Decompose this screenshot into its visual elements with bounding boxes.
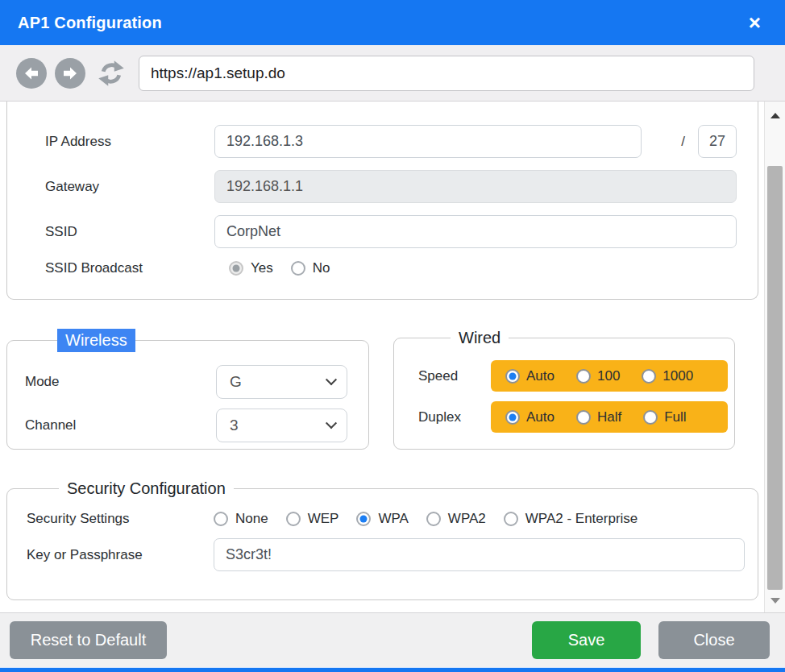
passphrase-label: Key or Passphrase <box>27 547 214 563</box>
radio-icon <box>286 512 301 526</box>
ssid-broadcast-label: SSID Broadcast <box>45 260 214 276</box>
ip-address-label: IP Address <box>45 134 214 150</box>
mode-value: G <box>230 373 242 391</box>
duplex-full-radio[interactable]: Full <box>643 409 686 425</box>
radio-icon <box>576 410 591 425</box>
security-settings-row: Security Settings None WEP WPA <box>27 511 745 527</box>
refresh-button[interactable] <box>95 57 127 89</box>
channel-value: 3 <box>230 417 239 434</box>
duplex-auto-radio[interactable]: Auto <box>505 409 554 425</box>
scrollbar[interactable] <box>764 102 785 612</box>
browser-toolbar <box>0 45 785 102</box>
close-icon[interactable]: × <box>749 12 761 33</box>
speed-1000-radio[interactable]: 1000 <box>642 368 693 384</box>
window-bottom-edge <box>0 667 785 672</box>
wired-legend: Wired <box>451 329 509 347</box>
wireless-fieldset: Wireless Mode G Channel 3 <box>6 329 369 450</box>
speed-label: Speed <box>418 368 491 384</box>
radio-icon <box>576 369 591 384</box>
gateway-input <box>214 170 737 203</box>
radio-icon <box>643 410 658 425</box>
duplex-radio-group: Auto Half Full <box>491 401 728 433</box>
ssid-broadcast-row: SSID Broadcast Yes No <box>45 260 737 276</box>
radio-icon <box>426 512 441 526</box>
security-wpa2-radio[interactable]: WPA2 <box>426 511 486 527</box>
radio-icon <box>356 512 371 526</box>
url-input[interactable] <box>139 56 754 91</box>
wireless-wired-section: Wireless Mode G Channel 3 W <box>6 329 758 450</box>
network-settings-card: IP Address / Gateway SSID <box>6 102 758 300</box>
radio-icon <box>642 369 656 384</box>
mode-row: Mode G <box>25 365 354 399</box>
chevron-down-icon <box>326 374 337 385</box>
security-settings-label: Security Settings <box>27 511 214 527</box>
footer-bar: Reset to Default Save Close <box>0 612 785 667</box>
radio-icon <box>505 369 520 384</box>
duplex-row: Duplex Auto Half Full <box>418 401 728 433</box>
security-radio-group: None WEP WPA WPA2 <box>214 511 638 527</box>
refresh-icon <box>97 59 126 88</box>
gateway-row: Gateway <box>45 170 737 203</box>
passphrase-input[interactable] <box>214 538 745 571</box>
gateway-label: Gateway <box>45 179 214 195</box>
title-bar: AP1 Configuration × <box>0 0 785 45</box>
speed-radio-group: Auto 100 1000 <box>491 360 728 392</box>
triangle-down-icon <box>770 598 780 604</box>
chevron-down-icon <box>326 417 337 429</box>
scroll-down-button[interactable] <box>765 593 785 608</box>
prefix-bits-input[interactable] <box>698 125 737 158</box>
settings-content: IP Address / Gateway SSID <box>0 102 785 612</box>
ip-address-row: IP Address / <box>45 125 737 158</box>
reset-to-default-button[interactable]: Reset to Default <box>10 621 167 659</box>
scroll-thumb[interactable] <box>767 166 783 590</box>
security-none-radio[interactable]: None <box>214 511 268 527</box>
duplex-label: Duplex <box>418 409 491 425</box>
ssid-broadcast-yes-radio[interactable]: Yes <box>229 260 273 276</box>
channel-select[interactable]: 3 <box>216 409 347 442</box>
security-wpa-radio[interactable]: WPA <box>356 511 408 527</box>
speed-auto-radio[interactable]: Auto <box>505 368 554 384</box>
forward-arrow-icon <box>60 64 80 83</box>
speed-100-radio[interactable]: 100 <box>576 368 620 384</box>
speed-row: Speed Auto 100 1000 <box>418 360 728 392</box>
wired-fieldset: Wired Speed Auto 100 <box>393 329 735 450</box>
ssid-row: SSID <box>45 215 737 248</box>
security-wpa2-enterprise-radio[interactable]: WPA2 - Enterprise <box>504 511 638 527</box>
radio-icon <box>229 261 243 276</box>
channel-label: Channel <box>25 417 216 433</box>
duplex-half-radio[interactable]: Half <box>576 409 621 425</box>
ip-address-input[interactable] <box>214 125 642 158</box>
ssid-broadcast-no-radio[interactable]: No <box>291 260 330 276</box>
radio-icon <box>214 512 228 526</box>
cidr-separator: / <box>681 134 685 150</box>
security-fieldset: Security Configuration Security Settings… <box>6 479 758 600</box>
ssid-label: SSID <box>45 224 214 240</box>
security-legend: Security Configuration <box>59 479 234 498</box>
back-arrow-icon <box>22 64 41 83</box>
save-button[interactable]: Save <box>532 621 641 659</box>
close-button[interactable]: Close <box>658 621 770 659</box>
mode-label: Mode <box>25 374 216 390</box>
security-wep-radio[interactable]: WEP <box>286 511 339 527</box>
radio-icon <box>291 261 305 276</box>
ap1-configuration-window: AP1 Configuration × <box>0 0 785 672</box>
forward-button[interactable] <box>55 58 85 89</box>
window-title: AP1 Configuration <box>18 14 162 32</box>
scroll-up-button[interactable] <box>765 108 785 122</box>
triangle-up-icon <box>770 113 780 118</box>
ssid-input[interactable] <box>214 215 737 248</box>
mode-select[interactable]: G <box>216 365 347 399</box>
back-button[interactable] <box>16 58 47 89</box>
wireless-legend: Wireless <box>57 329 135 352</box>
channel-row: Channel 3 <box>25 409 354 442</box>
radio-icon <box>505 410 520 425</box>
radio-icon <box>504 512 518 526</box>
passphrase-row: Key or Passphrase <box>27 538 745 571</box>
